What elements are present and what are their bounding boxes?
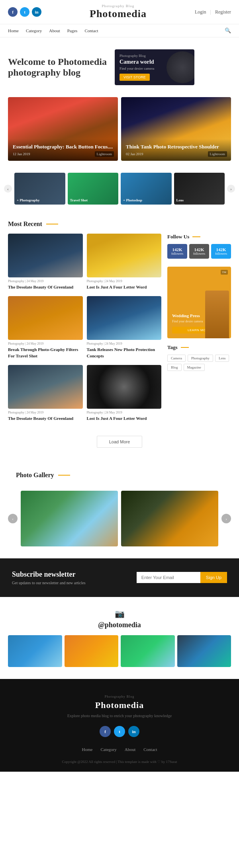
category-card-travel[interactable]: Travel Shot — [68, 173, 119, 205]
newsletter-section: Subscribe newsletter Get updates to our … — [0, 558, 239, 597]
footer-nav-category[interactable]: Category — [100, 747, 116, 752]
instagram-photo-1[interactable] — [8, 635, 62, 667]
post-card-2[interactable]: Photography | 24 May 2019 Lost Is Just A… — [87, 234, 162, 290]
post-3-category: Photography | 24 May 2019 — [8, 342, 83, 345]
tags-title: Tags — [167, 344, 231, 351]
logo-area: Photography Blog Photomedia — [41, 4, 195, 20]
featured-card-1[interactable]: Essential Photography: Back Button Focus… — [8, 97, 118, 161]
twitter-follow-card[interactable]: 142K followers — [211, 244, 231, 259]
twitter-icon[interactable]: t — [20, 7, 29, 17]
footer-nav-home[interactable]: Home — [82, 747, 93, 752]
sidebar: Follow Us 142K followers 142K followers … — [167, 234, 231, 428]
instagram-handle[interactable]: @photomedia — [8, 621, 231, 629]
instagram-photo-2[interactable] — [65, 635, 119, 667]
banner-desc: Find your desire camera — [120, 66, 154, 70]
site-title[interactable]: Photomedia — [41, 8, 195, 20]
post-2-category: Photography | 24 May 2019 — [87, 279, 162, 283]
tag-magazine[interactable]: Magazine — [184, 364, 205, 371]
post-card-5[interactable]: Photography | 24 May 2019 The Desolate B… — [8, 365, 83, 421]
newsletter-email-input[interactable] — [137, 572, 200, 583]
post-card-6[interactable]: Photography | 24 May 2019 Lost Is Just A… — [87, 365, 162, 421]
login-link[interactable]: Login — [195, 9, 206, 15]
load-more-wrap: Load More — [0, 428, 239, 460]
newsletter-form: Sign Up — [137, 572, 227, 583]
banner-cta-button[interactable]: VISIT STORE — [120, 74, 150, 81]
featured-post-1-tag: Lightroom — [95, 151, 114, 157]
post-image-5 — [8, 365, 83, 409]
slider-prev-arrow[interactable]: ‹ — [4, 185, 12, 193]
posts-grid: Photography | 24 May 2019 The Desolate B… — [8, 234, 161, 428]
nav-contact[interactable]: Contact — [84, 28, 98, 33]
gallery-image-1 — [21, 491, 118, 546]
footer-tagline: Photography Blog — [8, 695, 231, 698]
gallery-next-arrow[interactable]: › — [221, 514, 231, 523]
featured-card-2[interactable]: Think Tank Photo Retrospective Shoulder … — [121, 97, 231, 161]
post-card-4[interactable]: Photography | 24 May 2019 Tank Releases … — [87, 296, 162, 359]
post-card-1[interactable]: Photography | 24 May 2019 The Desolate B… — [8, 234, 83, 290]
sidebar-ad-banner: TM Wedding Press Find your desire camera… — [167, 267, 231, 338]
main-content: Photography | 24 May 2019 The Desolate B… — [0, 234, 239, 428]
tw-count: 142K — [213, 247, 229, 252]
register-link[interactable]: Register — [215, 9, 231, 15]
post-6-category: Photography | 24 May 2019 — [87, 411, 162, 414]
load-more-button[interactable]: Load More — [97, 436, 143, 448]
nav-home[interactable]: Home — [8, 28, 19, 33]
category-card-photography[interactable]: + Photography — [14, 173, 65, 205]
facebook-icon[interactable]: f — [8, 7, 18, 17]
logo-tagline: Photography Blog — [41, 4, 195, 8]
facebook-follow-card[interactable]: 142K followers — [167, 244, 187, 259]
banner-decoration — [167, 51, 194, 83]
post-row-2: Photography | 24 May 2019 Break Through … — [8, 296, 161, 359]
search-icon[interactable]: 🔍 — [225, 27, 231, 34]
footer-nav-contact[interactable]: Contact — [143, 747, 157, 752]
category-card-photoshop[interactable]: + Photoshop — [121, 173, 172, 205]
banner-title: Camera world — [120, 59, 154, 65]
post-4-category: Photography | 24 May 2019 — [87, 342, 162, 345]
category-card-lens[interactable]: Lens — [174, 173, 225, 205]
follow-cards: 142K followers 142K followers 142K follo… — [167, 244, 231, 259]
footer-copyright: Copyright @2022 All rights reserved | Th… — [8, 760, 231, 764]
featured-post-1-title: Essential Photography: Back Button Focus… — [13, 144, 113, 150]
tw-label: followers — [213, 252, 229, 256]
tag-photography[interactable]: Photography — [188, 355, 213, 362]
gallery-prev-arrow[interactable]: ‹ — [8, 514, 18, 523]
tag-camera[interactable]: Camera — [167, 355, 186, 362]
footer-facebook-icon[interactable]: f — [100, 726, 111, 737]
post-image-3 — [8, 296, 83, 340]
tag-blog[interactable]: Blog — [167, 364, 182, 371]
nav-category[interactable]: Category — [26, 28, 42, 33]
featured-card-2-overlay: Think Tank Photo Retrospective Shoulder … — [121, 139, 231, 161]
nav-links: Home Category About Pages Contact — [8, 28, 98, 33]
post-5-category: Photography | 24 May 2019 — [8, 411, 83, 414]
instagram-follow-card[interactable]: 142K followers — [189, 244, 209, 259]
footer-nav-about[interactable]: About — [125, 747, 136, 752]
footer-social-icons: f t in — [8, 726, 231, 737]
tags-section: Tags Camera Photography Lens Blog Magazi… — [167, 344, 231, 371]
cat-label-photography: + Photography — [17, 198, 39, 202]
tag-lens[interactable]: Lens — [215, 355, 229, 362]
newsletter-text: Subscribe newsletter Get updates to our … — [12, 570, 86, 585]
post-1-category: Photography | 24 May 2019 — [8, 279, 83, 283]
instagram-photo-4[interactable] — [177, 635, 231, 667]
nav-about[interactable]: About — [49, 28, 60, 33]
post-image-1 — [8, 234, 83, 277]
newsletter-signup-button[interactable]: Sign Up — [200, 572, 227, 583]
footer-linkedin-icon[interactable]: in — [128, 726, 139, 737]
section-title-decoration — [46, 224, 58, 224]
cat-label-lens: Lens — [176, 198, 184, 202]
nav-pages[interactable]: Pages — [67, 28, 78, 33]
footer-twitter-icon[interactable]: t — [114, 726, 125, 737]
social-icons: f t in — [8, 7, 41, 17]
fb-label: followers — [169, 252, 186, 256]
gallery-section: Photo Gallery ‹ › — [0, 460, 239, 558]
follow-us-section: Follow Us 142K followers 142K followers … — [167, 234, 231, 259]
linkedin-icon[interactable]: in — [32, 7, 41, 17]
slider-next-arrow[interactable]: › — [227, 185, 235, 193]
instagram-icon: 📷 — [8, 609, 231, 618]
footer-nav: Home Category About Contact — [8, 747, 231, 752]
ig-count: 142K — [191, 247, 208, 252]
instagram-photo-3[interactable] — [121, 635, 175, 667]
welcome-banner: Photography Blog Camera world Find your … — [115, 49, 194, 85]
post-image-6 — [87, 365, 162, 409]
post-card-3[interactable]: Photography | 24 May 2019 Break Through … — [8, 296, 83, 359]
